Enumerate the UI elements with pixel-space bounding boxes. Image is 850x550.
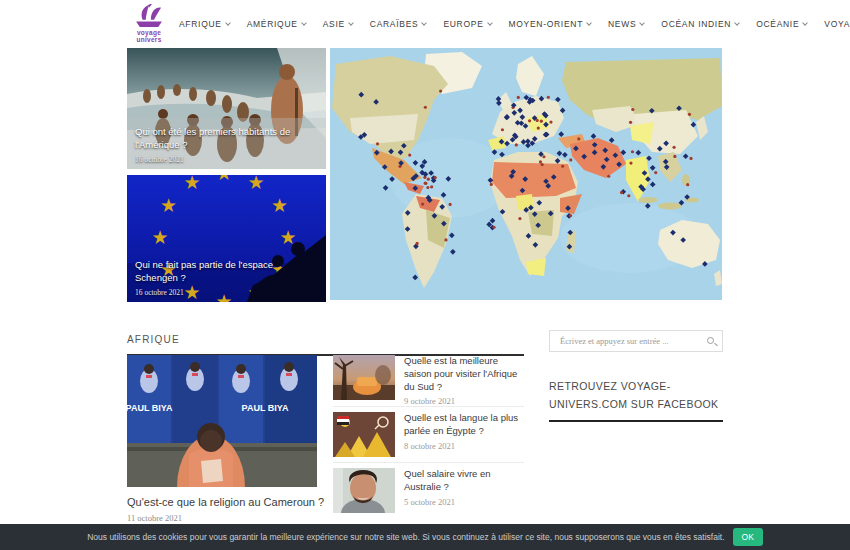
cookie-ok-button[interactable]: OK [733, 528, 763, 546]
svg-text:★: ★ [183, 175, 200, 193]
boat-logo-icon [126, 4, 172, 28]
list-title[interactable]: Quelle est la langue la plus parlée en É… [404, 412, 524, 438]
site-logo[interactable]: voyage univers [126, 4, 172, 43]
svg-text:★: ★ [160, 195, 177, 216]
header: voyage univers AFRIQUE AMÉRIQUE ASIE CAR… [0, 0, 850, 47]
chevron-down-icon [225, 20, 231, 26]
list-item-australie[interactable]: Quel salaire vivre en Australie ? 5 octo… [333, 468, 524, 514]
svg-text:★: ★ [271, 195, 288, 216]
world-map-image [330, 48, 722, 300]
svg-text:PAUL BIYA: PAUL BIYA [127, 403, 173, 413]
chevron-down-icon [487, 20, 493, 26]
chevron-down-icon [422, 20, 428, 26]
article-date-cameroun: 11 octobre 2021 [127, 513, 182, 523]
featured-card-schengen[interactable]: ★★★★★★★★★★★★ Qui ne fait pas partie de l… [127, 175, 326, 302]
chevron-down-icon [586, 20, 592, 26]
list-item-afrique-du-sud[interactable]: Quelle est la meilleure saison pour visi… [333, 355, 524, 401]
list-title[interactable]: Quelle est la meilleure saison pour visi… [404, 355, 524, 393]
featured-title[interactable]: Qui ont été les premiers habitants de l'… [135, 126, 318, 152]
list-item-egypte[interactable]: Quelle est la langue la plus parlée en É… [333, 412, 524, 458]
nav-item-ocean-indien[interactable]: OCÉAN INDIEN [661, 19, 739, 29]
nav-item-amerique[interactable]: AMÉRIQUE [247, 19, 306, 29]
list-separator [333, 406, 524, 407]
thumbnail-safari-image[interactable] [333, 355, 395, 400]
list-date: 5 octobre 2021 [404, 497, 524, 507]
cookie-banner: Nous utilisons des cookies pour vous gar… [0, 524, 850, 550]
nav-item-moyen-orient[interactable]: MOYEN-ORIENT [509, 19, 592, 29]
nav-item-afrique[interactable]: AFRIQUE [179, 19, 230, 29]
search-input[interactable] [550, 331, 722, 351]
nav-item-oceanie[interactable]: OCÉANIE [756, 19, 807, 29]
chevron-down-icon [348, 20, 354, 26]
list-title[interactable]: Quel salaire vivre en Australie ? [404, 468, 524, 494]
svg-text:★: ★ [151, 227, 168, 248]
article-image-cameroun[interactable]: PAUL BIYA PAUL BIYA [127, 355, 317, 487]
facebook-heading: RETROUVEZ VOYAGE-UNIVERS.COM SUR FACEBOO… [549, 376, 723, 422]
featured-date: 16 octobre 2021 [135, 288, 318, 297]
chevron-down-icon [640, 20, 646, 26]
thumbnail-australie-image[interactable] [333, 468, 395, 513]
thumbnail-egypte-image[interactable] [333, 412, 395, 457]
svg-text:★: ★ [215, 175, 232, 184]
afrique-section-heading: AFRIQUE [127, 329, 524, 356]
nav-item-caraibes[interactable]: CARAÏBES [370, 19, 427, 29]
svg-text:★: ★ [247, 175, 264, 193]
logo-text: voyage univers [126, 29, 172, 43]
cookie-message: Nous utilisons des cookies pour vous gar… [87, 532, 724, 542]
featured-title[interactable]: Qui ne fait pas partie de l'espace Schen… [135, 259, 318, 285]
list-date: 9 octobre 2021 [404, 396, 524, 406]
svg-text:PAUL BIYA: PAUL BIYA [242, 403, 289, 413]
featured-card-premiers-habitants[interactable]: Qui ont été les premiers habitants de l'… [127, 48, 326, 169]
chevron-down-icon [734, 20, 740, 26]
featured-date: 16 octobre 2021 [135, 155, 318, 164]
list-date: 8 octobre 2021 [404, 441, 524, 451]
chevron-down-icon [802, 20, 808, 26]
nav-item-asie[interactable]: ASIE [323, 19, 353, 29]
search-box [549, 330, 723, 352]
chevron-down-icon [301, 20, 307, 26]
list-separator [333, 462, 524, 463]
search-icon[interactable] [707, 337, 714, 344]
nav-item-news[interactable]: NEWS [608, 19, 644, 29]
main-nav: AFRIQUE AMÉRIQUE ASIE CARAÏBES EUROPE MO… [179, 0, 850, 47]
nav-item-europe[interactable]: EUROPE [443, 19, 491, 29]
nav-item-voyage[interactable]: VOYAGE [824, 19, 850, 29]
world-map-embed[interactable] [330, 48, 722, 300]
